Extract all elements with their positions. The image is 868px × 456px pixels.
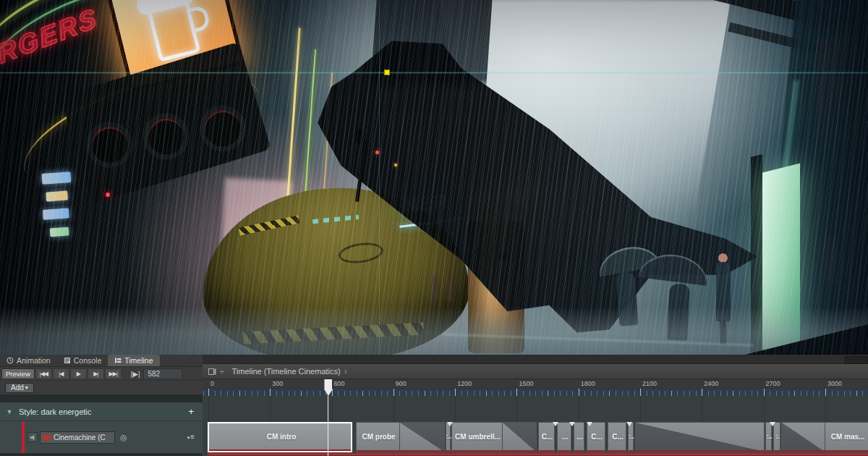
clip-cm-mas-[interactable]: CM mas... xyxy=(781,422,868,452)
blend-overlay xyxy=(636,423,765,452)
clip-c-[interactable]: C... xyxy=(608,422,626,452)
track-red-line xyxy=(208,453,868,455)
caret-down-icon: ▾ xyxy=(25,384,28,391)
track-mute-icon[interactable] xyxy=(27,432,38,442)
tick-strip[interactable] xyxy=(203,388,868,396)
track-content: CM introCM probe:..CM umbrell...C.......… xyxy=(203,396,868,456)
clip-blend[interactable] xyxy=(635,422,765,452)
ruler-label: 1800 xyxy=(581,380,595,387)
blend-overlay xyxy=(502,423,536,452)
track-menu-icon[interactable]: ▾≡ xyxy=(187,433,195,441)
ruler-label: 300 xyxy=(272,380,283,387)
clip-label: ... xyxy=(558,423,571,450)
track-group-header[interactable]: ▼ Style: dark energetic + xyxy=(0,402,203,421)
tab-timeline[interactable]: Timeline xyxy=(108,355,159,366)
clip-cm-umbrell-[interactable]: CM umbrell... xyxy=(451,422,537,452)
time-ruler[interactable]: 03006009001200150018002100240027003000 xyxy=(203,379,868,388)
bottom-panel: AnimationConsoleTimeline Preview |◀◀|◀▶▶… xyxy=(0,355,868,456)
timeline-breadcrumb[interactable]: ÷ Timeline (Timeline Cinematics) › xyxy=(203,364,868,379)
play-range-button[interactable]: [▶] xyxy=(128,368,143,379)
cinemachine-track-header[interactable]: Cinemachine (C ◎ ▾≡ xyxy=(0,421,203,453)
blend-overlay xyxy=(399,423,444,452)
clip-c-[interactable]: C... xyxy=(587,422,605,452)
console-icon xyxy=(64,357,71,364)
tab-bar: AnimationConsoleTimeline xyxy=(0,355,203,367)
game-view: RGERS NER xyxy=(0,0,868,355)
add-track-button[interactable]: + xyxy=(188,406,194,417)
tab-label: Animation xyxy=(17,356,51,365)
clip-label: CM mas... xyxy=(825,423,868,450)
clip-label: CM probe xyxy=(357,423,401,450)
group-label: Style: dark energetic xyxy=(19,408,91,416)
timeline-icon xyxy=(114,357,122,364)
clip--[interactable]: :.. xyxy=(765,422,772,452)
ruler-label: 1200 xyxy=(457,380,472,387)
timeline-title: Timeline (Timeline Cinematics) xyxy=(232,367,341,376)
ease-marker-icon xyxy=(447,422,453,426)
go-to-end-button[interactable]: ▶▶| xyxy=(105,368,122,379)
next-frame-button[interactable]: ▶| xyxy=(88,368,104,379)
preview-button[interactable]: Preview xyxy=(1,368,35,379)
clip-label: C... xyxy=(608,423,626,450)
vignette xyxy=(0,0,868,355)
clock-icon xyxy=(7,357,14,364)
clip-label: CM umbrell... xyxy=(452,423,503,450)
transport-controls: |◀◀|◀▶▶|▶▶| xyxy=(35,368,122,379)
add-row: Add▾ xyxy=(0,381,203,395)
play-button[interactable]: ▶ xyxy=(70,368,87,379)
ease-marker-icon xyxy=(587,422,592,426)
clip-c-[interactable]: C... xyxy=(538,422,555,452)
ruler-label: 3000 xyxy=(827,380,842,387)
track-color-bar xyxy=(22,421,25,453)
timeline-left-panel: AnimationConsoleTimeline Preview |◀◀|◀▶▶… xyxy=(0,355,203,456)
clip-cm-intro[interactable]: CM intro xyxy=(208,422,352,452)
clip-label: C... xyxy=(539,423,555,450)
ease-marker-icon xyxy=(569,422,575,426)
timeline-clip-area: ÷ Timeline (Timeline Cinematics) › 03006… xyxy=(203,355,868,456)
breadcrumb-chevron-icon: › xyxy=(344,366,347,376)
ruler-label: 0 xyxy=(210,380,214,387)
clip--[interactable]: ... xyxy=(574,422,584,452)
timeline-panel-icon xyxy=(208,368,216,376)
panel-options-icon[interactable]: ÷ xyxy=(220,368,224,376)
tab-label: Timeline xyxy=(124,356,153,365)
ease-marker-icon xyxy=(770,422,775,426)
cinemachine-object-field[interactable]: Cinemachine (C xyxy=(40,431,115,444)
ease-marker-icon xyxy=(553,422,558,426)
clip--[interactable]: :.. xyxy=(628,422,634,452)
clip-label: CM intro xyxy=(209,423,352,449)
tab-animation[interactable]: Animation xyxy=(0,355,57,366)
clip-label: :. xyxy=(774,423,781,450)
object-picker-icon[interactable]: ◎ xyxy=(120,433,127,442)
track-name: Cinemachine (C xyxy=(54,434,106,442)
add-button[interactable]: Add▾ xyxy=(5,383,34,393)
ruler-label: 1500 xyxy=(519,380,533,387)
blend-overlay xyxy=(782,423,825,452)
clip-label: :.. xyxy=(766,423,773,450)
frame-field[interactable]: 582 xyxy=(143,368,182,379)
ease-marker-icon xyxy=(626,422,632,426)
ruler-label: 600 xyxy=(334,380,345,387)
tab-console[interactable]: Console xyxy=(57,355,109,366)
go-to-beginning-button[interactable]: |◀◀ xyxy=(35,368,52,379)
clip--[interactable]: :.. xyxy=(446,422,451,452)
clip-label: ... xyxy=(574,423,584,450)
clip-cm-probe[interactable]: CM probe xyxy=(356,422,445,452)
cinemachine-icon xyxy=(43,434,51,441)
previous-frame-button[interactable]: |◀ xyxy=(53,368,69,379)
clip-label: :.. xyxy=(446,423,451,450)
timeline-top-strip xyxy=(203,355,868,364)
playback-toolbar: Preview |◀◀|◀▶▶|▶▶| [▶] 582 xyxy=(0,367,203,381)
foldout-icon[interactable]: ▼ xyxy=(0,408,19,415)
clip-label: C... xyxy=(587,423,605,450)
tab-label: Console xyxy=(74,356,102,365)
ruler-label: 900 xyxy=(396,380,407,387)
clip--[interactable]: :. xyxy=(773,422,780,452)
clip-label: :.. xyxy=(629,423,634,450)
corner-box xyxy=(845,356,868,364)
playhead-line xyxy=(328,396,328,456)
clip--[interactable]: ... xyxy=(557,422,571,452)
ruler-label: 2100 xyxy=(642,380,657,387)
ruler-label: 2700 xyxy=(766,380,780,387)
ruler-label: 2400 xyxy=(704,380,718,387)
